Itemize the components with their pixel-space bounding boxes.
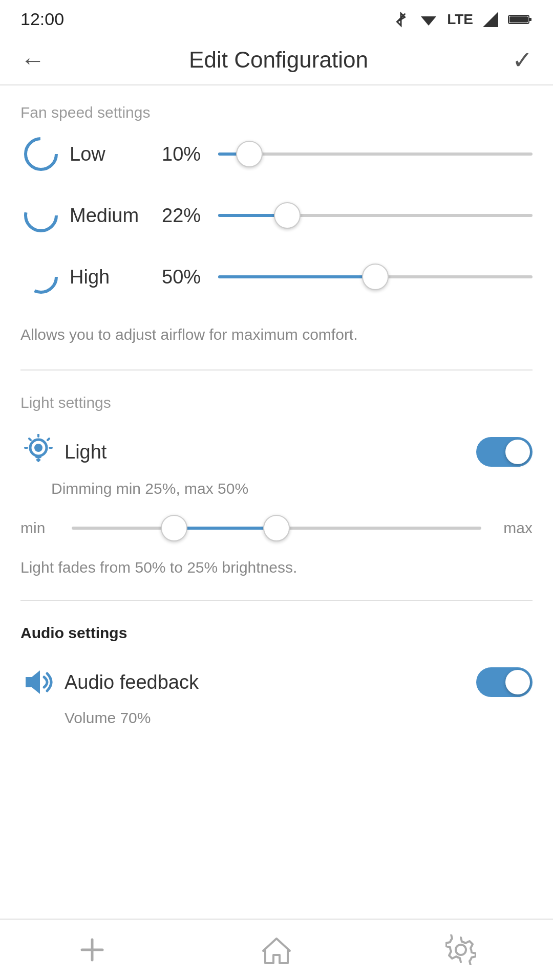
light-label: Light [65,441,476,463]
medium-speed-icon [20,195,61,236]
dimming-text: Dimming min 25%, max 50% [20,475,533,508]
medium-speed-percent: 22% [162,205,218,227]
svg-marker-1 [483,12,498,27]
low-speed-slider[interactable] [218,139,533,169]
gear-icon [445,934,476,965]
status-time: 12:00 [20,9,64,29]
svg-point-15 [34,444,42,452]
audio-toggle[interactable] [476,667,533,697]
main-content: Fan speed settings Low 10% Medium 22% Hi [0,85,553,809]
svg-point-5 [26,139,56,169]
wifi-icon [418,10,439,29]
low-speed-icon [20,134,61,175]
svg-line-13 [29,439,31,440]
low-speed-row: Low 10% [20,134,533,175]
medium-speed-slider[interactable] [218,200,533,231]
svg-rect-17 [36,459,40,461]
high-speed-icon [20,256,61,297]
svg-point-7 [26,262,56,292]
svg-point-6 [26,200,56,231]
min-thumb[interactable] [161,515,187,541]
audio-row: Audio feedback [20,654,533,705]
light-toggle[interactable] [476,437,533,467]
svg-marker-21 [263,939,290,963]
min-label: min [20,519,61,537]
top-bar: ← Edit Configuration ✓ [0,35,553,85]
add-button[interactable] [41,929,143,970]
light-icon [20,434,56,470]
high-speed-percent: 50% [162,266,218,288]
volume-text: Volume 70% [20,705,533,737]
status-icons: LTE [392,10,533,29]
signal-icon [481,10,500,29]
low-speed-label: Low [70,143,162,165]
svg-line-14 [48,439,49,440]
home-icon [261,934,292,965]
high-speed-slider[interactable] [218,262,533,292]
svg-marker-0 [421,16,436,26]
add-icon [77,934,108,965]
light-section-header: Light settings [20,376,533,424]
medium-speed-label: Medium [70,205,162,227]
svg-rect-16 [35,455,41,458]
home-button[interactable] [225,929,328,970]
page-title: Edit Configuration [189,47,368,73]
svg-rect-3 [529,18,531,21]
svg-point-22 [456,945,466,955]
audio-feedback-label: Audio feedback [65,671,476,693]
audio-toggle-knob [505,670,530,694]
lte-label: LTE [447,11,473,28]
low-speed-percent: 10% [162,143,218,165]
medium-speed-row: Medium 22% [20,195,533,236]
fan-speed-description: Allows you to adjust airflow for maximum… [20,318,533,364]
light-row: Light [20,424,533,475]
brightness-dual-slider[interactable] [72,513,481,543]
status-bar: 12:00 LTE [0,0,553,35]
light-toggle-knob [505,440,530,464]
audio-section-header: Audio settings [20,606,533,654]
bottom-nav [0,919,553,980]
max-thumb[interactable] [263,515,290,541]
fade-text: Light fades from 50% to 25% brightness. [20,554,533,595]
confirm-button[interactable]: ✓ [512,46,533,74]
battery-icon [508,12,533,27]
high-speed-label: High [70,266,162,288]
svg-marker-18 [26,670,40,694]
max-label: max [492,519,533,537]
svg-rect-4 [509,16,528,23]
back-button[interactable]: ← [20,46,45,74]
bluetooth-icon [392,10,410,29]
settings-button[interactable] [410,929,512,970]
fan-speed-section-header: Fan speed settings [20,85,533,134]
divider-1 [20,369,533,371]
nav-spacer [20,737,533,809]
dual-slider-row: min max [20,508,533,554]
high-speed-row: High 50% [20,256,533,297]
divider-2 [20,600,533,601]
audio-feedback-icon [20,664,56,700]
